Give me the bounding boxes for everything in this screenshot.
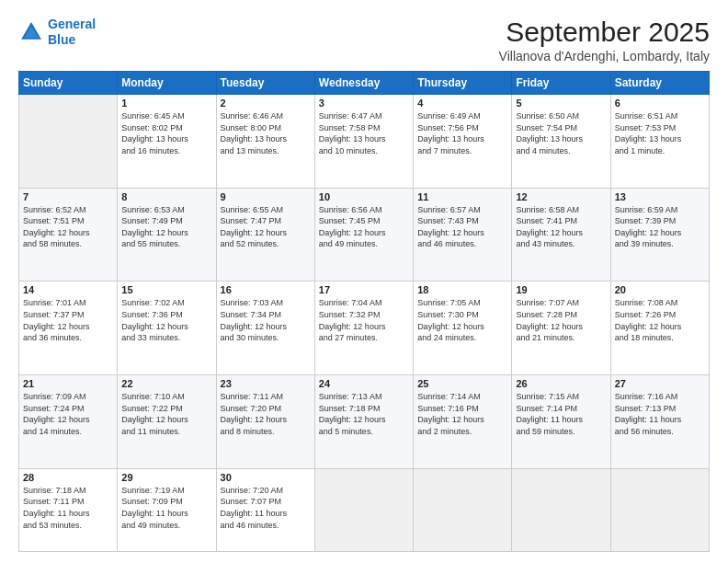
day-number: 24 xyxy=(319,378,409,389)
week-row-0: 1Sunrise: 6:45 AMSunset: 8:02 PMDaylight… xyxy=(19,95,710,189)
cell-info: Sunrise: 7:04 AMSunset: 7:32 PMDaylight:… xyxy=(319,297,409,343)
day-number: 26 xyxy=(516,378,606,389)
cell-info: Sunrise: 7:19 AMSunset: 7:09 PMDaylight:… xyxy=(121,485,211,531)
cell-info: Sunrise: 7:03 AMSunset: 7:34 PMDaylight:… xyxy=(221,297,311,343)
day-cell xyxy=(19,95,118,189)
cell-info: Sunrise: 6:57 AMSunset: 7:43 PMDaylight:… xyxy=(417,204,507,250)
day-cell: 22Sunrise: 7:10 AMSunset: 7:22 PMDayligh… xyxy=(118,375,216,469)
logo-text: General Blue xyxy=(48,17,96,48)
cell-info: Sunrise: 7:14 AMSunset: 7:16 PMDaylight:… xyxy=(417,391,507,437)
logo-line1: General xyxy=(48,17,96,31)
day-cell xyxy=(610,468,709,551)
cell-info: Sunrise: 7:20 AMSunset: 7:07 PMDaylight:… xyxy=(221,485,311,531)
cell-info: Sunrise: 7:05 AMSunset: 7:30 PMDaylight:… xyxy=(417,297,507,343)
day-cell: 25Sunrise: 7:14 AMSunset: 7:16 PMDayligh… xyxy=(414,375,512,469)
cell-info: Sunrise: 7:09 AMSunset: 7:24 PMDaylight:… xyxy=(23,391,113,437)
day-cell: 17Sunrise: 7:04 AMSunset: 7:32 PMDayligh… xyxy=(314,282,413,375)
day-number: 19 xyxy=(516,284,606,295)
day-cell: 26Sunrise: 7:15 AMSunset: 7:14 PMDayligh… xyxy=(512,375,610,469)
cell-info: Sunrise: 6:46 AMSunset: 8:00 PMDaylight:… xyxy=(221,110,311,156)
day-number: 20 xyxy=(615,284,705,295)
cell-info: Sunrise: 6:50 AMSunset: 7:54 PMDaylight:… xyxy=(516,110,606,156)
header: General Blue September 2025 Villanova d'… xyxy=(18,17,710,63)
day-cell: 6Sunrise: 6:51 AMSunset: 7:53 PMDaylight… xyxy=(610,95,709,189)
cell-info: Sunrise: 7:07 AMSunset: 7:28 PMDaylight:… xyxy=(516,297,606,343)
day-number: 16 xyxy=(221,284,311,295)
day-cell: 10Sunrise: 6:56 AMSunset: 7:45 PMDayligh… xyxy=(314,188,413,282)
cell-info: Sunrise: 7:11 AMSunset: 7:20 PMDaylight:… xyxy=(221,391,311,437)
day-number: 15 xyxy=(121,284,211,295)
day-number: 23 xyxy=(221,378,311,389)
header-cell-sunday: Sunday xyxy=(19,72,118,95)
cell-info: Sunrise: 6:55 AMSunset: 7:47 PMDaylight:… xyxy=(221,204,311,250)
week-row-2: 14Sunrise: 7:01 AMSunset: 7:37 PMDayligh… xyxy=(19,282,710,375)
title-block: September 2025 Villanova d'Ardenghi, Lom… xyxy=(499,17,710,63)
day-cell: 3Sunrise: 6:47 AMSunset: 7:58 PMDaylight… xyxy=(314,95,413,189)
week-row-4: 28Sunrise: 7:18 AMSunset: 7:11 PMDayligh… xyxy=(19,468,710,551)
header-cell-tuesday: Tuesday xyxy=(216,72,314,95)
day-number: 14 xyxy=(23,284,113,295)
day-number: 30 xyxy=(221,472,311,483)
subtitle: Villanova d'Ardenghi, Lombardy, Italy xyxy=(499,49,710,63)
day-number: 7 xyxy=(23,191,113,202)
calendar-body: 1Sunrise: 6:45 AMSunset: 8:02 PMDaylight… xyxy=(19,95,710,552)
day-cell: 8Sunrise: 6:53 AMSunset: 7:49 PMDaylight… xyxy=(118,188,216,282)
day-number: 2 xyxy=(221,98,311,109)
day-number: 28 xyxy=(23,472,113,483)
header-cell-thursday: Thursday xyxy=(414,72,512,95)
day-number: 4 xyxy=(417,98,507,109)
cell-info: Sunrise: 7:16 AMSunset: 7:13 PMDaylight:… xyxy=(615,391,705,437)
cell-info: Sunrise: 6:58 AMSunset: 7:41 PMDaylight:… xyxy=(516,204,606,250)
day-cell: 23Sunrise: 7:11 AMSunset: 7:20 PMDayligh… xyxy=(216,375,314,469)
calendar-header: SundayMondayTuesdayWednesdayThursdayFrid… xyxy=(19,72,710,95)
day-number: 3 xyxy=(319,98,409,109)
cell-info: Sunrise: 7:15 AMSunset: 7:14 PMDaylight:… xyxy=(516,391,606,437)
day-cell xyxy=(512,468,610,551)
day-number: 29 xyxy=(121,472,211,483)
day-cell: 11Sunrise: 6:57 AMSunset: 7:43 PMDayligh… xyxy=(414,188,512,282)
day-number: 21 xyxy=(23,378,113,389)
day-cell: 24Sunrise: 7:13 AMSunset: 7:18 PMDayligh… xyxy=(314,375,413,469)
cell-info: Sunrise: 6:49 AMSunset: 7:56 PMDaylight:… xyxy=(417,110,507,156)
cell-info: Sunrise: 6:51 AMSunset: 7:53 PMDaylight:… xyxy=(615,110,705,156)
cell-info: Sunrise: 6:52 AMSunset: 7:51 PMDaylight:… xyxy=(23,204,113,250)
cell-info: Sunrise: 6:56 AMSunset: 7:45 PMDaylight:… xyxy=(319,204,409,250)
day-number: 9 xyxy=(221,191,311,202)
day-cell: 19Sunrise: 7:07 AMSunset: 7:28 PMDayligh… xyxy=(512,282,610,375)
cell-info: Sunrise: 7:02 AMSunset: 7:36 PMDaylight:… xyxy=(121,297,211,343)
cell-info: Sunrise: 6:59 AMSunset: 7:39 PMDaylight:… xyxy=(615,204,705,250)
day-cell: 12Sunrise: 6:58 AMSunset: 7:41 PMDayligh… xyxy=(512,188,610,282)
day-number: 18 xyxy=(417,284,507,295)
logo: General Blue xyxy=(18,17,96,48)
day-cell: 9Sunrise: 6:55 AMSunset: 7:47 PMDaylight… xyxy=(216,188,314,282)
day-cell: 14Sunrise: 7:01 AMSunset: 7:37 PMDayligh… xyxy=(19,282,118,375)
day-cell: 20Sunrise: 7:08 AMSunset: 7:26 PMDayligh… xyxy=(610,282,709,375)
day-cell: 29Sunrise: 7:19 AMSunset: 7:09 PMDayligh… xyxy=(118,468,216,551)
header-cell-monday: Monday xyxy=(118,72,216,95)
day-number: 8 xyxy=(121,191,211,202)
header-row: SundayMondayTuesdayWednesdayThursdayFrid… xyxy=(19,72,710,95)
day-cell: 13Sunrise: 6:59 AMSunset: 7:39 PMDayligh… xyxy=(610,188,709,282)
cell-info: Sunrise: 7:13 AMSunset: 7:18 PMDaylight:… xyxy=(319,391,409,437)
header-cell-saturday: Saturday xyxy=(610,72,709,95)
day-cell: 21Sunrise: 7:09 AMSunset: 7:24 PMDayligh… xyxy=(19,375,118,469)
day-cell: 18Sunrise: 7:05 AMSunset: 7:30 PMDayligh… xyxy=(414,282,512,375)
cell-info: Sunrise: 7:08 AMSunset: 7:26 PMDaylight:… xyxy=(615,297,705,343)
day-number: 17 xyxy=(319,284,409,295)
day-cell: 28Sunrise: 7:18 AMSunset: 7:11 PMDayligh… xyxy=(19,468,118,551)
main-title: September 2025 xyxy=(499,17,710,47)
day-cell xyxy=(414,468,512,551)
day-number: 5 xyxy=(516,98,606,109)
day-cell: 2Sunrise: 6:46 AMSunset: 8:00 PMDaylight… xyxy=(216,95,314,189)
day-number: 11 xyxy=(417,191,507,202)
day-number: 6 xyxy=(615,98,705,109)
day-number: 1 xyxy=(121,98,211,109)
logo-line2: Blue xyxy=(48,32,75,47)
header-cell-friday: Friday xyxy=(512,72,610,95)
cell-info: Sunrise: 6:47 AMSunset: 7:58 PMDaylight:… xyxy=(319,110,409,156)
day-cell: 15Sunrise: 7:02 AMSunset: 7:36 PMDayligh… xyxy=(118,282,216,375)
logo-icon xyxy=(18,19,44,45)
day-cell: 1Sunrise: 6:45 AMSunset: 8:02 PMDaylight… xyxy=(118,95,216,189)
cell-info: Sunrise: 7:10 AMSunset: 7:22 PMDaylight:… xyxy=(121,391,211,437)
day-cell: 5Sunrise: 6:50 AMSunset: 7:54 PMDaylight… xyxy=(512,95,610,189)
